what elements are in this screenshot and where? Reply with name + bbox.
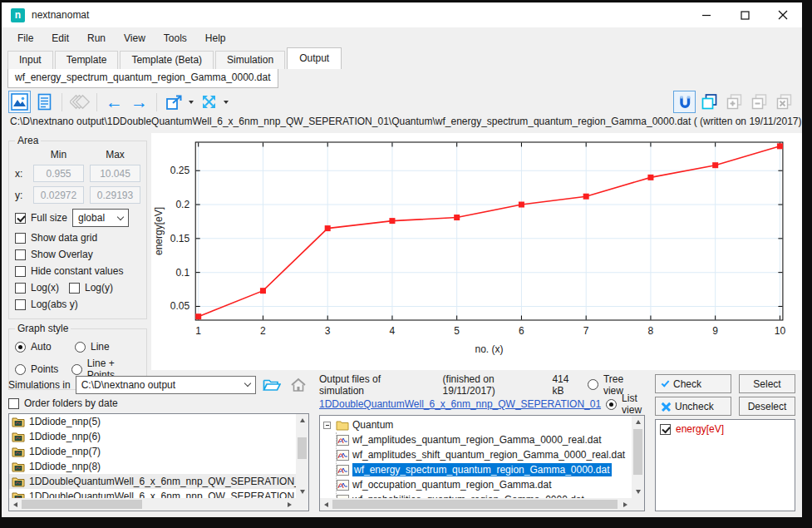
show-data-grid-checkbox[interactable] bbox=[15, 233, 26, 244]
tree-view-radio[interactable] bbox=[588, 379, 598, 390]
copy-plot-button[interactable] bbox=[698, 91, 721, 113]
tree-file-row-selected[interactable]: wf_energy_spectrum_quantum_region_Gamma_… bbox=[337, 462, 632, 477]
snap-magnet-button[interactable] bbox=[673, 91, 696, 113]
minimize-button[interactable] bbox=[687, 2, 726, 27]
tab-template[interactable]: Template bbox=[55, 51, 119, 69]
main-tabbar: Input Template Template (Beta) Simulatio… bbox=[2, 49, 802, 69]
menu-run[interactable]: Run bbox=[78, 29, 115, 47]
log-y-checkbox[interactable] bbox=[69, 283, 80, 294]
tree-file-row[interactable]: wf_probabilities_quantum_region_Gamma_00… bbox=[337, 492, 632, 498]
plot-options-panel: Area Min Max x: 0.955 10.045 y: 0.02972 … bbox=[2, 133, 150, 370]
home-button[interactable] bbox=[288, 375, 309, 395]
scroll-right-arrow[interactable] bbox=[283, 498, 296, 511]
chevron-down-icon bbox=[244, 380, 251, 387]
graph-style-auto-label: Auto bbox=[31, 341, 52, 353]
uncheck-button[interactable]: Uncheck bbox=[655, 397, 731, 416]
scroll-left-arrow[interactable] bbox=[320, 498, 332, 511]
tab-simulation[interactable]: Simulation bbox=[215, 51, 285, 69]
document-tab[interactable]: wf_energy_spectrum_quantum_region_Gamma_… bbox=[7, 69, 278, 88]
x-max-field: 10.045 bbox=[90, 165, 140, 182]
simulations-in-label: Simulations in bbox=[8, 379, 71, 391]
svg-text:0.25: 0.25 bbox=[170, 165, 190, 176]
scrollbar-thumb[interactable] bbox=[332, 500, 618, 509]
energy-spectrum-chart[interactable]: 123456789100.050.10.150.20.25no. (x)ener… bbox=[151, 133, 802, 370]
simulation-link[interactable]: 1DDoubleQuantumWell_6_x_6nm_nnp_QW_SEPER… bbox=[319, 398, 601, 410]
scroll-up-arrow[interactable] bbox=[296, 414, 308, 427]
menu-help[interactable]: Help bbox=[196, 29, 235, 47]
curve-row[interactable]: energy[eV] bbox=[660, 423, 790, 435]
tree-file-row[interactable]: wf_amplitudes_quantum_region_Gamma_0000_… bbox=[337, 432, 632, 447]
menu-tools[interactable]: Tools bbox=[155, 29, 196, 47]
export-button[interactable] bbox=[163, 91, 185, 113]
scrollbar-thumb[interactable] bbox=[298, 437, 307, 459]
vertical-scrollbar[interactable] bbox=[632, 416, 644, 498]
forward-button[interactable]: → bbox=[128, 91, 150, 113]
maximize-button[interactable] bbox=[726, 2, 764, 27]
log-x-checkbox[interactable] bbox=[15, 283, 26, 294]
tab-input[interactable]: Input bbox=[7, 51, 53, 69]
output-file-tree: Quantum wf_amplitudes_quantum_region_Gam… bbox=[319, 415, 645, 511]
export-icon bbox=[165, 94, 184, 111]
horizontal-scrollbar[interactable] bbox=[320, 498, 632, 511]
scroll-down-arrow[interactable] bbox=[632, 486, 644, 498]
chart-panel: 123456789100.050.10.150.20.25no. (x)ener… bbox=[151, 133, 802, 370]
fullscreen-button[interactable] bbox=[198, 91, 220, 113]
simulation-path-combobox[interactable]: C:\D\nextnano output bbox=[76, 376, 256, 394]
uncheck-x-icon bbox=[662, 402, 671, 411]
menu-edit[interactable]: Edit bbox=[42, 29, 78, 47]
folder-row[interactable]: 1DDoubleQuantumWell_6_x_6nm_nnp_QW_SEPER… bbox=[9, 489, 296, 498]
folder-row[interactable]: 1Ddiode_nnp(5) bbox=[9, 414, 296, 429]
list-view-radio[interactable] bbox=[606, 399, 617, 410]
clear-overlays-button bbox=[773, 91, 795, 113]
tab-output[interactable]: Output bbox=[287, 47, 342, 69]
tree-file-row[interactable]: wf_occupation_quantum_region_Gamma.dat bbox=[337, 477, 632, 492]
graph-style-line-radio[interactable] bbox=[75, 342, 86, 353]
tree-folder-row[interactable]: Quantum bbox=[323, 417, 632, 432]
horizontal-scrollbar[interactable] bbox=[9, 498, 296, 511]
close-button[interactable] bbox=[764, 2, 802, 27]
graph-style-auto-radio[interactable] bbox=[15, 342, 26, 353]
folder-row-selected[interactable]: 1DDoubleQuantumWell_6_x_6nm_nnp_QW_SEPER… bbox=[9, 474, 296, 489]
folder-row[interactable]: 1Ddiode_nnp(6) bbox=[9, 429, 296, 444]
select-button[interactable]: Select bbox=[739, 374, 795, 393]
tab-template-beta[interactable]: Template (Beta) bbox=[120, 51, 214, 69]
collapse-expander-icon[interactable] bbox=[323, 422, 331, 429]
folder-row[interactable]: 1Ddiode_nnp(8) bbox=[9, 459, 296, 474]
full-size-mode-select[interactable]: global bbox=[72, 209, 129, 227]
show-overlay-checkbox[interactable] bbox=[15, 249, 26, 260]
tree-file-row[interactable]: wf_amplitudes_shift_quantum_region_Gamma… bbox=[337, 447, 632, 462]
scroll-left-arrow[interactable] bbox=[9, 498, 22, 511]
maximize-icon bbox=[741, 11, 750, 20]
curve-selection-panel: Check Select Uncheck Deselect energy[eV] bbox=[655, 374, 795, 511]
deselect-button[interactable]: Deselect bbox=[739, 397, 795, 416]
svg-text:0.2: 0.2 bbox=[175, 199, 189, 210]
hide-constant-checkbox[interactable] bbox=[15, 266, 26, 277]
scrollbar-thumb[interactable] bbox=[22, 500, 142, 509]
y-row-label: y: bbox=[15, 190, 27, 201]
energy-curve-checkbox[interactable] bbox=[660, 424, 671, 435]
scroll-down-arrow[interactable] bbox=[296, 486, 308, 498]
check-button[interactable]: Check bbox=[655, 374, 731, 393]
export-dropdown-caret[interactable] bbox=[189, 101, 194, 104]
full-size-checkbox[interactable] bbox=[15, 213, 26, 224]
scroll-right-arrow[interactable] bbox=[619, 498, 632, 511]
menu-file[interactable]: File bbox=[8, 29, 42, 47]
fullscreen-arrows-icon bbox=[200, 93, 218, 111]
log-abs-y-checkbox[interactable] bbox=[15, 299, 26, 310]
order-folders-checkbox[interactable] bbox=[8, 398, 19, 409]
menu-view[interactable]: View bbox=[115, 29, 155, 47]
scrollbar-thumb[interactable] bbox=[633, 429, 642, 475]
graph-style-line-points-radio[interactable] bbox=[71, 364, 82, 375]
browse-folder-button[interactable] bbox=[261, 375, 283, 395]
scroll-up-arrow[interactable] bbox=[632, 416, 644, 428]
fullscreen-dropdown-caret[interactable] bbox=[224, 101, 229, 104]
home-icon bbox=[290, 377, 307, 392]
back-button[interactable]: ← bbox=[103, 91, 125, 113]
plot-view-button[interactable] bbox=[8, 91, 31, 113]
text-view-button[interactable] bbox=[33, 91, 56, 113]
folder-row[interactable]: 1Ddiode_nnp(7) bbox=[9, 444, 296, 459]
graph-style-points-radio[interactable] bbox=[15, 364, 26, 375]
toolbar-separator bbox=[96, 93, 97, 111]
vertical-scrollbar[interactable] bbox=[296, 414, 308, 498]
graph-style-line-label: Line bbox=[91, 341, 110, 353]
